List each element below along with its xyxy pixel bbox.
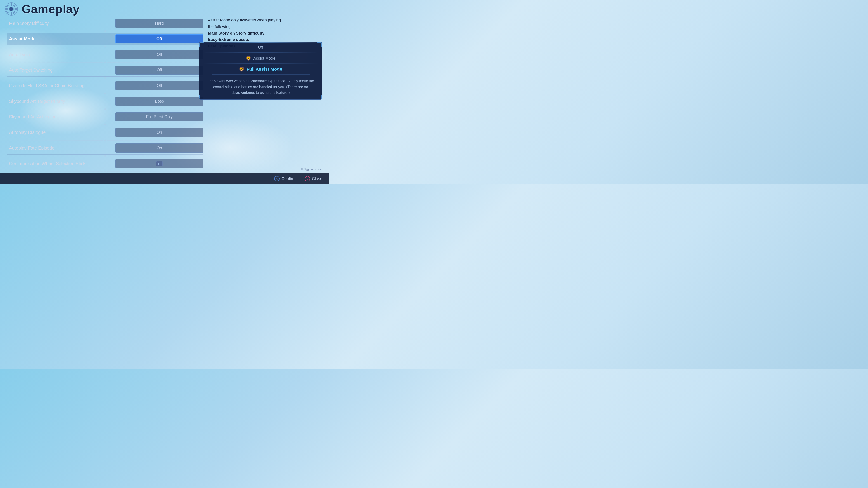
dropdown-option-assist-mode[interactable]: 🦁Assist Mode bbox=[199, 53, 322, 64]
separator bbox=[7, 123, 204, 126]
svg-point-10 bbox=[9, 7, 13, 11]
separator bbox=[7, 108, 204, 110]
svg-rect-9 bbox=[12, 11, 16, 14]
confirm-action[interactable]: ✕ Confirm bbox=[274, 176, 296, 182]
close-label: Close bbox=[312, 176, 322, 181]
setting-label-autoplay-fate-episode: Autoplay Fate Episode bbox=[7, 145, 115, 151]
setting-value-auto-dash[interactable]: Off bbox=[115, 50, 204, 59]
separator bbox=[7, 76, 204, 79]
separator bbox=[7, 61, 204, 64]
setting-label-assist-mode: Assist Mode bbox=[7, 36, 115, 41]
setting-label-auto-target-switching: Auto Target Switching bbox=[7, 68, 115, 73]
setting-row-item-autoplay-fate-episode[interactable]: Autoplay Fate EpisodeOn bbox=[7, 142, 204, 155]
option-icon-assist-mode: 🦁 bbox=[246, 55, 251, 61]
separator bbox=[7, 45, 204, 48]
separator bbox=[7, 170, 204, 172]
controller-badge: R bbox=[156, 161, 163, 166]
assist-mode-dropdown: Off🦁Assist Mode🦁Full Assist Mode For pla… bbox=[199, 42, 322, 100]
svg-rect-2 bbox=[11, 3, 12, 6]
setting-value-autoplay-dialogue[interactable]: On bbox=[115, 128, 204, 137]
setting-row-item-override-hold-sba[interactable]: Override Hold SBA for Chain BurstingOff bbox=[7, 79, 204, 92]
option-label-full-assist-mode: Full Assist Mode bbox=[246, 67, 282, 72]
svg-rect-8 bbox=[6, 11, 9, 14]
setting-value-skybound-art-target[interactable]: Boss bbox=[115, 97, 204, 106]
copyright: © Cygames, Inc. bbox=[301, 167, 322, 171]
setting-row-skybound-art-target: Skybound Art Target PriorityBoss bbox=[7, 92, 204, 108]
setting-row-autoplay-dialogue: Autoplay DialogueOn bbox=[7, 123, 204, 139]
setting-value-override-hold-sba[interactable]: Off bbox=[115, 81, 204, 90]
setting-row-item-auto-dash[interactable]: Auto DashOff bbox=[7, 48, 204, 61]
close-button-icon: ○ bbox=[305, 176, 310, 182]
popup-corner-br bbox=[317, 95, 322, 99]
setting-row-comm-wheel-stick: Communication Wheel Selection StickR bbox=[7, 155, 204, 170]
bottom-bar: ✕ Confirm ○ Close bbox=[0, 173, 329, 184]
setting-row-item-comm-wheel-stick[interactable]: Communication Wheel Selection StickR bbox=[7, 157, 204, 170]
close-action[interactable]: ○ Close bbox=[305, 176, 322, 182]
setting-row-autoplay-fate-episode: Autoplay Fate EpisodeOn bbox=[7, 139, 204, 155]
setting-label-override-hold-sba: Override Hold SBA for Chain Bursting bbox=[7, 83, 115, 88]
setting-row-main-story-difficulty: Main Story DifficultyHard bbox=[7, 17, 204, 30]
settings-panel: Main Story DifficultyHardAssist ModeOffA… bbox=[7, 17, 204, 172]
dropdown-option-full-assist-mode[interactable]: 🦁Full Assist Mode bbox=[199, 64, 322, 74]
setting-label-skybound-art-activation: Skybound Art Activation bbox=[7, 114, 115, 120]
separator bbox=[7, 92, 204, 95]
setting-label-autoplay-dialogue: Autoplay Dialogue bbox=[7, 130, 115, 135]
setting-value-main-story-difficulty[interactable]: Hard bbox=[115, 19, 204, 28]
setting-row-override-hold-sba: Override Hold SBA for Chain BurstingOff bbox=[7, 76, 204, 92]
setting-value-assist-mode[interactable]: Off bbox=[115, 34, 204, 43]
separator bbox=[7, 155, 204, 157]
page-title: Gameplay bbox=[22, 2, 80, 16]
setting-row-auto-dash: Auto DashOff bbox=[7, 45, 204, 61]
setting-row-skybound-art-activation: Skybound Art ActivationFull Burst Only bbox=[7, 108, 204, 123]
setting-value-auto-target-switching[interactable]: Off bbox=[115, 66, 204, 74]
info-line-1: the following: bbox=[208, 24, 322, 30]
setting-value-comm-wheel-stick[interactable]: R bbox=[115, 159, 204, 168]
setting-label-comm-wheel-stick: Communication Wheel Selection Stick bbox=[7, 161, 115, 166]
option-icon-full-assist-mode: 🦁 bbox=[239, 66, 245, 72]
setting-row-item-auto-target-switching[interactable]: Auto Target SwitchingOff bbox=[7, 64, 204, 76]
setting-row-item-skybound-art-activation[interactable]: Skybound Art ActivationFull Burst Only bbox=[7, 110, 204, 123]
info-line-2: Main Story on Story difficulty bbox=[208, 30, 322, 37]
separator bbox=[7, 139, 204, 142]
setting-row-guard-lock-on: Guard/Lock On Buttons L1 Lock On / L2 Gu… bbox=[7, 170, 204, 172]
option-label-assist-mode: Assist Mode bbox=[253, 56, 275, 61]
separator bbox=[7, 30, 204, 33]
setting-value-skybound-art-activation[interactable]: Full Burst Only bbox=[115, 112, 204, 121]
confirm-label: Confirm bbox=[281, 176, 296, 181]
svg-rect-7 bbox=[12, 4, 16, 7]
setting-row-item-autoplay-dialogue[interactable]: Autoplay DialogueOn bbox=[7, 126, 204, 139]
svg-rect-6 bbox=[6, 4, 9, 7]
header: Gameplay bbox=[0, 0, 84, 18]
dropdown-options: Off🦁Assist Mode🦁Full Assist Mode bbox=[199, 42, 322, 74]
svg-rect-5 bbox=[14, 8, 18, 10]
setting-row-item-main-story-difficulty[interactable]: Main Story DifficultyHard bbox=[7, 17, 204, 30]
confirm-button-icon: ✕ bbox=[274, 176, 280, 182]
setting-row-item-skybound-art-target[interactable]: Skybound Art Target PriorityBoss bbox=[7, 95, 204, 108]
dropdown-option-off[interactable]: Off bbox=[199, 42, 322, 53]
setting-row-assist-mode: Assist ModeOff bbox=[7, 30, 204, 45]
gear-icon bbox=[4, 2, 18, 16]
dropdown-description: For players who want a full cinematic ex… bbox=[199, 74, 322, 99]
info-line-0: Assist Mode only activates when playing bbox=[208, 17, 322, 24]
setting-label-skybound-art-target: Skybound Art Target Priority bbox=[7, 99, 115, 104]
setting-value-autoplay-fate-episode[interactable]: On bbox=[115, 143, 204, 153]
setting-label-main-story-difficulty: Main Story Difficulty bbox=[7, 21, 115, 26]
svg-rect-3 bbox=[11, 12, 12, 15]
option-label-off: Off bbox=[258, 45, 264, 50]
setting-row-item-assist-mode[interactable]: Assist ModeOff bbox=[7, 33, 204, 45]
setting-row-auto-target-switching: Auto Target SwitchingOff bbox=[7, 61, 204, 76]
settings-list: Main Story DifficultyHardAssist ModeOffA… bbox=[7, 17, 204, 172]
popup-corner-bl bbox=[199, 95, 204, 99]
setting-label-auto-dash: Auto Dash bbox=[7, 52, 115, 57]
svg-rect-4 bbox=[5, 8, 8, 10]
